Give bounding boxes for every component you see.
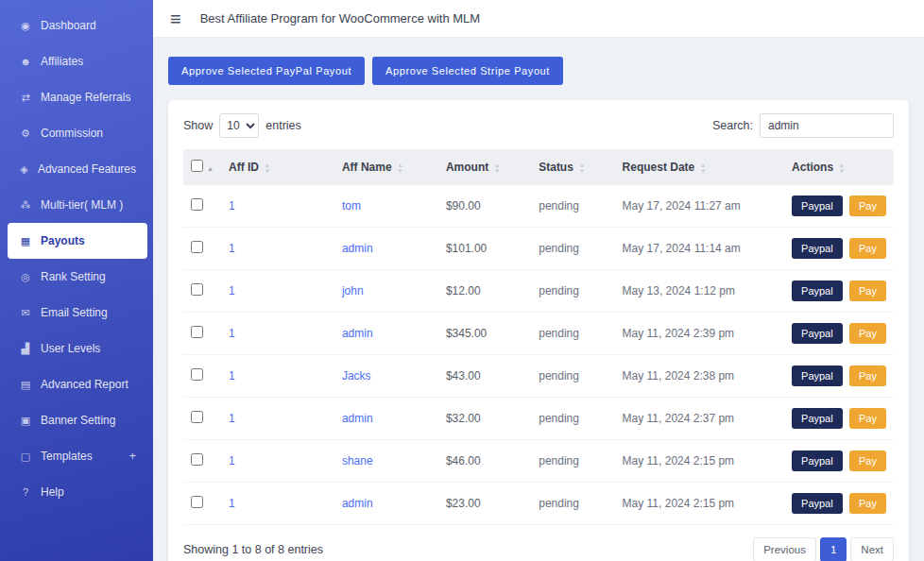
page-size-select[interactable]: 10 — [219, 113, 259, 138]
aff-id-link[interactable]: 1 — [229, 497, 235, 510]
aff-name-link[interactable]: admin — [342, 412, 373, 425]
entries-info: Showing 1 to 8 of 8 entries — [183, 543, 323, 556]
row-checkbox[interactable] — [191, 326, 203, 338]
sidebar-item-label: Templates — [41, 450, 93, 463]
aff-id-link[interactable]: 1 — [229, 284, 235, 298]
aff-name-link[interactable]: admin — [342, 242, 373, 255]
show-label: Show — [183, 119, 213, 132]
sort-icons: ▲▼ — [700, 162, 706, 174]
row-checkbox[interactable] — [191, 283, 203, 296]
sort-icons: ▲▼ — [265, 162, 270, 174]
pay-button[interactable]: Pay — [849, 450, 886, 471]
sidebar-item-payouts[interactable]: ▦ Payouts — [8, 223, 147, 259]
paypal-button[interactable]: Paypal — [792, 238, 843, 259]
status-cell: pending — [531, 270, 614, 313]
paypal-button[interactable]: Paypal — [792, 408, 843, 429]
column-header-amount[interactable]: Amount▲▼ — [438, 149, 531, 185]
sidebar-item-label: Dashboard — [41, 19, 96, 32]
select-all-header[interactable]: ▲ — [183, 149, 221, 185]
pagination: Previous 1 Next — [753, 537, 894, 561]
search-control: Search: — [712, 113, 894, 138]
pay-button[interactable]: Pay — [849, 493, 886, 514]
row-checkbox[interactable] — [191, 411, 203, 423]
aff-name-link[interactable]: shane — [342, 454, 373, 468]
aff-name-link[interactable]: tom — [342, 199, 361, 212]
table-row: 1 admin $101.00 pending May 17, 2024 11:… — [183, 228, 894, 270]
main-area: ≡ Best Affiliate Program for WooCommerce… — [153, 0, 924, 561]
paypal-button[interactable]: Paypal — [792, 493, 843, 514]
sidebar-item-advanced-features[interactable]: ◈ Advanced Features — [8, 151, 147, 187]
sidebar-item-multi-tier[interactable]: ⁂ Multi-tier( MLM ) — [8, 187, 147, 223]
approve-paypal-button[interactable]: Approve Selected PayPal Payout — [168, 57, 365, 85]
sidebar-item-commission[interactable]: ⚙ Commission — [8, 115, 147, 151]
row-checkbox[interactable] — [191, 496, 203, 508]
sidebar-item-affiliates[interactable]: ☻ Affiliates — [8, 43, 147, 79]
aff-name-link[interactable]: Jacks — [342, 369, 371, 382]
column-header-aff-id[interactable]: Aff ID▲▼ — [221, 149, 334, 185]
image-icon: ▣ — [19, 414, 32, 427]
sidebar-item-label: Rank Setting — [41, 270, 106, 283]
row-checkbox[interactable] — [191, 198, 203, 211]
row-checkbox[interactable] — [191, 453, 203, 466]
amount-cell: $43.00 — [438, 355, 531, 398]
status-cell: pending — [531, 355, 614, 398]
sidebar-item-label: Payouts — [41, 234, 85, 247]
page-title: Best Affiliate Program for WooCommerce w… — [200, 11, 480, 26]
envelope-icon: ✉ — [19, 306, 32, 319]
amount-cell: $90.00 — [438, 185, 531, 228]
sidebar-item-email-setting[interactable]: ✉ Email Setting — [8, 295, 147, 331]
column-header-request-date[interactable]: Request Date▲▼ — [615, 149, 784, 185]
hamburger-menu-icon[interactable]: ≡ — [170, 9, 181, 28]
sidebar-item-dashboard[interactable]: ◉ Dashboard — [8, 8, 147, 43]
paypal-button[interactable]: Paypal — [792, 323, 843, 344]
sidebar-item-banner-setting[interactable]: ▣ Banner Setting — [8, 402, 147, 438]
sidebar-item-templates[interactable]: ▢ Templates + — [8, 438, 147, 474]
row-checkbox[interactable] — [191, 241, 203, 253]
aff-id-link[interactable]: 1 — [229, 454, 235, 468]
sidebar-item-manage-referrals[interactable]: ⇄ Manage Referrals — [8, 79, 147, 115]
pay-button[interactable]: Pay — [849, 196, 886, 216]
pay-button[interactable]: Pay — [849, 408, 886, 429]
table-icon: ▦ — [19, 234, 32, 247]
previous-page-button[interactable]: Previous — [753, 537, 816, 561]
page-1-button[interactable]: 1 — [820, 537, 847, 561]
table-controls: Show 10 entries Search: — [183, 113, 894, 138]
aff-id-link[interactable]: 1 — [229, 199, 235, 212]
paypal-button[interactable]: Paypal — [792, 450, 843, 471]
sidebar-item-help[interactable]: ? Help — [8, 474, 147, 510]
status-cell: pending — [531, 483, 614, 525]
aff-id-link[interactable]: 1 — [229, 327, 235, 340]
template-icon: ▢ — [19, 450, 32, 463]
request-date-cell: May 13, 2024 1:12 pm — [615, 270, 784, 313]
sidebar-item-user-levels[interactable]: ▟ User Levels — [8, 331, 147, 366]
column-header-actions[interactable]: Actions▲▼ — [784, 149, 894, 185]
aff-name-link[interactable]: john — [342, 284, 364, 298]
paypal-button[interactable]: Paypal — [792, 196, 843, 216]
sidebar-item-rank-setting[interactable]: ◎ Rank Setting — [8, 259, 147, 295]
column-header-aff-name[interactable]: Aff Name▲▼ — [334, 149, 438, 185]
next-page-button[interactable]: Next — [850, 537, 894, 561]
aff-id-link[interactable]: 1 — [229, 412, 235, 425]
aff-id-link[interactable]: 1 — [229, 369, 235, 382]
pay-button[interactable]: Pay — [849, 280, 886, 301]
eye-icon: ◉ — [19, 19, 32, 32]
bar-chart-icon: ▟ — [19, 342, 32, 355]
sidebar-item-label: Commission — [41, 127, 103, 140]
aff-name-link[interactable]: admin — [342, 497, 373, 510]
sidebar-item-advanced-report[interactable]: ▤ Advanced Report — [8, 366, 147, 402]
column-header-status[interactable]: Status▲▼ — [531, 149, 614, 185]
aff-id-link[interactable]: 1 — [229, 242, 235, 255]
pay-button[interactable]: Pay — [849, 366, 886, 386]
sort-icons: ▲▼ — [494, 162, 500, 174]
search-input[interactable] — [760, 113, 894, 138]
users-icon: ☻ — [19, 55, 32, 68]
pay-button[interactable]: Pay — [849, 323, 886, 344]
paypal-button[interactable]: Paypal — [792, 366, 843, 386]
select-all-checkbox[interactable] — [191, 160, 203, 172]
pay-button[interactable]: Pay — [849, 238, 886, 259]
paypal-button[interactable]: Paypal — [792, 280, 843, 301]
aff-name-link[interactable]: admin — [342, 327, 373, 340]
approve-stripe-button[interactable]: Approve Selected Stripe Payout — [372, 57, 563, 85]
row-checkbox[interactable] — [191, 368, 203, 381]
table-row: 1 Jacks $43.00 pending May 11, 2024 2:38… — [183, 355, 894, 398]
